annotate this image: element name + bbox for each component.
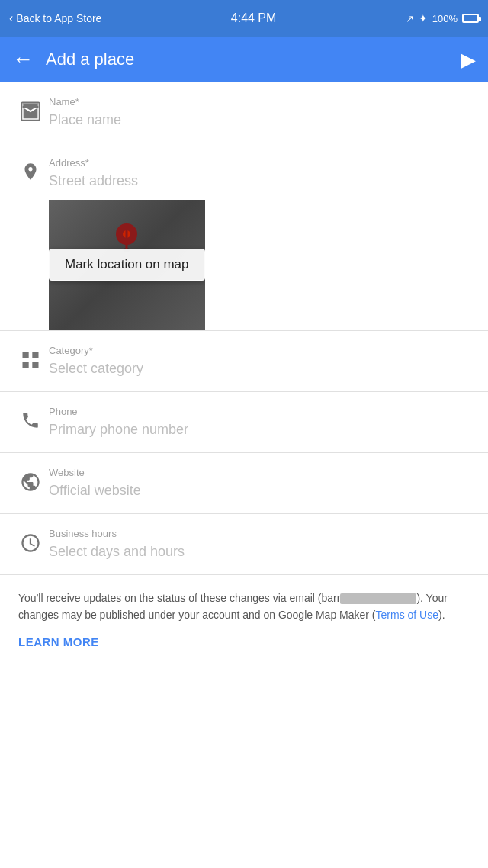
back-button[interactable]: ← [12,49,34,70]
category-field[interactable]: Category* Select category [49,345,476,377]
globe-icon [12,467,49,493]
location-pin-icon [12,157,49,182]
phone-input[interactable]: Primary phone number [49,422,476,438]
email-blur [340,593,416,604]
bluetooth-icon: ✦ [419,12,428,24]
battery-percent: 100% [432,13,458,24]
clock-icon [12,528,49,554]
name-field[interactable]: Name* Place name [49,96,476,128]
back-to-appstore-label[interactable]: Back to App Store [16,12,101,24]
terms-of-use-link[interactable]: Terms of Use [376,609,438,621]
map-row: Mark location on map [49,200,205,330]
phone-field-row: Phone Primary phone number [0,392,488,453]
status-time: 4:44 PM [231,11,277,25]
page-title: Add a place [46,50,134,69]
website-label: Website [49,467,476,478]
send-button[interactable]: ▶ [461,48,476,72]
status-bar: ‹ Back to App Store 4:44 PM ↗ ✦ 100% [0,0,488,37]
hours-field[interactable]: Business hours Select days and hours [49,528,476,560]
learn-more-section: LEARN MORE [18,635,470,649]
svg-rect-7 [32,362,38,368]
address-label: Address* [49,157,476,169]
location-status-icon: ↗ [406,13,414,24]
phone-field[interactable]: Phone Primary phone number [49,406,476,438]
hours-select[interactable]: Select days and hours [49,544,476,560]
website-field-row: Website Official website [0,453,488,514]
address-field[interactable]: Address* Street address [49,157,476,200]
category-field-row: Category* Select category [0,331,488,392]
battery-icon [462,14,479,23]
svg-rect-5 [32,352,38,358]
phone-label: Phone [49,406,476,417]
address-input[interactable]: Street address [49,173,476,189]
website-field[interactable]: Website Official website [49,467,476,499]
mark-location-button[interactable]: Mark location on map [49,249,205,281]
learn-more-button[interactable]: LEARN MORE [18,635,99,648]
info-text: You'll receive updates on the status of … [18,590,470,623]
status-icons: ↗ ✦ 100% [406,12,479,24]
store-icon [12,96,49,122]
website-input[interactable]: Official website [49,483,476,499]
chevron-left-icon: ‹ [9,11,13,25]
category-label: Category* [49,345,476,356]
phone-icon [12,406,49,430]
map-container[interactable]: Mark location on map [49,200,205,330]
hours-label: Business hours [49,528,476,539]
svg-rect-6 [23,362,29,368]
name-field-row: Name* Place name [0,82,488,143]
svg-rect-4 [23,352,29,358]
name-input[interactable]: Place name [49,112,476,128]
info-section: You'll receive updates on the status of … [0,575,488,661]
status-back[interactable]: ‹ Back to App Store [9,11,101,25]
address-field-row: Address* Street address Mark locat [0,143,488,331]
form-container: Name* Place name Address* Street address [0,82,488,575]
category-icon [12,345,49,371]
hours-field-row: Business hours Select days and hours [0,514,488,575]
category-select[interactable]: Select category [49,361,476,377]
app-bar: ← Add a place ▶ [0,37,488,82]
name-label: Name* [49,96,476,108]
